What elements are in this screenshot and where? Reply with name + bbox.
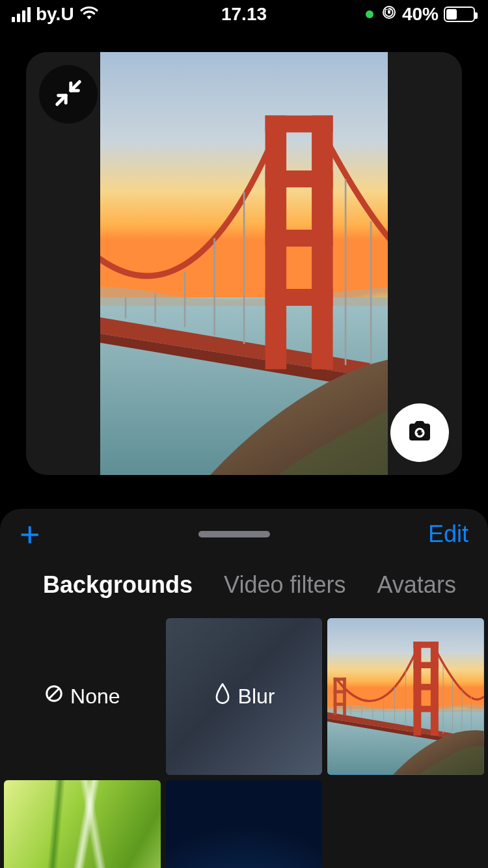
background-option-label: Blur	[238, 685, 275, 709]
carrier-label: by.U	[36, 4, 74, 25]
cellular-signal-icon	[12, 7, 31, 22]
video-preview-image	[100, 52, 388, 475]
video-preview-card	[26, 52, 462, 475]
background-option-none[interactable]: None	[4, 618, 161, 775]
background-option-earth[interactable]	[166, 780, 323, 868]
wifi-icon	[79, 4, 99, 25]
background-option-bridge[interactable]	[327, 618, 484, 775]
tab-video-filters[interactable]: Video filters	[224, 571, 346, 599]
camera-flip-button[interactable]	[390, 403, 449, 462]
orientation-lock-icon	[381, 4, 397, 25]
backgrounds-grid: None Blur	[0, 618, 488, 868]
edit-button[interactable]: Edit	[428, 521, 468, 548]
tab-avatars[interactable]: Avatars	[377, 571, 455, 599]
minimize-button[interactable]	[39, 65, 98, 124]
svg-line-29	[49, 689, 59, 699]
background-option-grass[interactable]	[4, 780, 161, 868]
background-option-blur[interactable]: Blur	[166, 618, 323, 775]
effects-sheet: + Edit Backgrounds Video filters Avatars…	[0, 509, 488, 868]
sheet-grabber[interactable]	[198, 531, 270, 537]
battery-icon	[444, 7, 475, 22]
prohibit-icon	[44, 684, 64, 709]
minimize-icon	[53, 78, 83, 111]
camera-flip-icon	[404, 416, 435, 450]
tab-backgrounds[interactable]: Backgrounds	[43, 571, 193, 599]
clock: 17.13	[221, 4, 267, 25]
water-drop-icon	[213, 683, 232, 710]
battery-fill	[446, 9, 457, 20]
effects-tabs: Backgrounds Video filters Avatars	[0, 552, 488, 618]
svg-rect-27	[388, 10, 390, 14]
status-bar: by.U 17.13 40%	[0, 0, 488, 29]
background-option-label: None	[70, 685, 120, 709]
battery-percent: 40%	[402, 4, 439, 25]
camera-in-use-indicator	[366, 10, 373, 18]
add-button[interactable]: +	[20, 517, 40, 552]
